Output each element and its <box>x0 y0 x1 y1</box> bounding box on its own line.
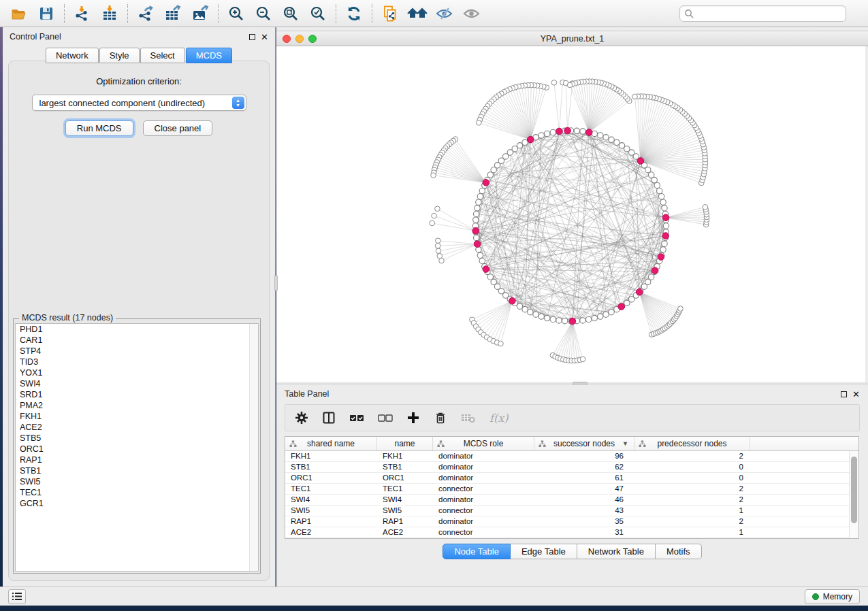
table-cell[interactable] <box>750 484 849 494</box>
table-cell[interactable] <box>750 516 849 527</box>
table-cell[interactable]: FKH1 <box>285 451 377 461</box>
import-network-button[interactable] <box>69 2 96 25</box>
table-scrollbar[interactable] <box>849 451 858 538</box>
table-cell[interactable]: 43 <box>534 506 634 516</box>
mcds-result-item[interactable]: STP4 <box>16 346 258 357</box>
table-cell[interactable]: 0 <box>634 473 750 483</box>
tab-select[interactable]: Select <box>140 48 185 63</box>
table-cell[interactable]: 1 <box>634 506 750 516</box>
table-cell[interactable]: STB1 <box>377 462 433 472</box>
table-cell[interactable] <box>750 527 849 538</box>
table-cell[interactable]: 61 <box>534 473 634 483</box>
mcds-result-item[interactable]: RAP1 <box>16 455 258 465</box>
table-cell[interactable]: 0 <box>634 462 750 472</box>
mcds-result-item[interactable]: ORC1 <box>16 444 258 455</box>
node-table[interactable]: shared name name MCDS role successor nod… <box>285 436 859 539</box>
tab-node-table[interactable]: Node Table <box>443 544 511 559</box>
node-table-body[interactable]: FKH1FKH1dominator962STB1STB1dominator620… <box>285 451 849 538</box>
tab-network-table[interactable]: Network Table <box>577 544 656 559</box>
first-neighbors-button[interactable] <box>404 2 431 25</box>
table-cell[interactable]: connector <box>433 527 534 538</box>
show-column-button[interactable] <box>322 411 336 425</box>
network-window-titlebar[interactable]: YPA_prune.txt_1 <box>276 31 868 46</box>
table-cell[interactable] <box>750 495 849 505</box>
memory-button[interactable]: Memory <box>805 589 860 604</box>
export-network-button[interactable] <box>132 2 159 25</box>
table-cell[interactable]: ORC1 <box>285 473 377 483</box>
zoom-fit-button[interactable] <box>277 2 304 25</box>
table-cell[interactable]: FKH1 <box>377 451 433 461</box>
table-row[interactable]: SWI5SWI5connector431 <box>285 506 849 516</box>
float-table-panel-icon[interactable] <box>841 391 847 397</box>
table-row[interactable]: TEC1TEC1connector472 <box>285 484 849 495</box>
mcds-list-scrollbar[interactable] <box>249 324 258 571</box>
tab-network[interactable]: Network <box>46 48 99 63</box>
run-mcds-button[interactable]: Run MCDS <box>65 120 133 136</box>
mcds-result-item[interactable]: FKH1 <box>16 411 258 422</box>
mcds-result-item[interactable]: CAR1 <box>16 335 258 346</box>
table-cell[interactable] <box>750 462 849 472</box>
zoom-selected-button[interactable] <box>304 2 332 25</box>
tab-style[interactable]: Style <box>99 48 140 63</box>
mcds-result-item[interactable]: YOX1 <box>16 367 258 378</box>
show-all-button[interactable] <box>458 2 485 25</box>
table-cell[interactable]: 35 <box>534 516 634 527</box>
close-panel-icon[interactable]: ✕ <box>261 34 268 40</box>
column-header-mcds-role[interactable]: MCDS role <box>433 437 534 450</box>
column-header-name[interactable]: name <box>377 437 433 450</box>
table-scrollbar-thumb[interactable] <box>851 457 857 523</box>
delete-table-button[interactable] <box>461 412 476 423</box>
close-table-panel-icon[interactable]: ✕ <box>852 391 860 397</box>
mcds-result-item[interactable]: SWI5 <box>16 476 258 487</box>
table-cell[interactable]: dominator <box>433 451 534 461</box>
zoom-out-button[interactable] <box>250 2 277 25</box>
table-row[interactable]: RAP1RAP1dominator352 <box>285 516 849 527</box>
refresh-button[interactable] <box>340 2 368 25</box>
table-settings-button[interactable] <box>295 411 308 425</box>
table-cell[interactable]: ACE2 <box>377 527 433 538</box>
table-row[interactable]: ACE2ACE2connector311 <box>285 527 849 538</box>
table-cell[interactable]: 2 <box>634 451 750 461</box>
tab-edge-table[interactable]: Edge Table <box>511 544 577 559</box>
table-cell[interactable]: RAP1 <box>377 516 433 527</box>
table-cell[interactable]: connector <box>433 506 534 516</box>
mcds-result-item[interactable]: SWI4 <box>16 378 258 389</box>
table-row[interactable]: STB1STB1dominator620 <box>285 462 849 473</box>
duplicate-network-button[interactable] <box>376 2 404 25</box>
table-cell[interactable]: RAP1 <box>285 516 377 527</box>
table-cell[interactable]: SWI4 <box>377 495 433 505</box>
table-cell[interactable]: 96 <box>534 451 634 461</box>
mcds-result-item[interactable]: SRD1 <box>16 389 258 400</box>
function-builder-button[interactable]: f(x) <box>489 412 508 425</box>
table-row[interactable]: ORC1ORC1dominator610 <box>285 473 849 484</box>
save-session-button[interactable] <box>33 2 60 25</box>
delete-column-button[interactable] <box>434 411 447 425</box>
table-cell[interactable]: dominator <box>433 495 534 505</box>
tab-mcds[interactable]: MCDS <box>186 48 232 63</box>
task-history-button[interactable] <box>8 589 26 604</box>
mcds-result-item[interactable]: PMA2 <box>16 400 258 411</box>
table-cell[interactable]: dominator <box>433 462 534 472</box>
network-view-canvas[interactable] <box>276 46 865 382</box>
hide-selected-button[interactable] <box>431 2 458 25</box>
mcds-result-item[interactable]: STB5 <box>16 433 258 444</box>
export-table-button[interactable] <box>159 2 187 25</box>
close-panel-button[interactable]: Close panel <box>143 120 213 136</box>
mcds-result-item[interactable]: PHD1 <box>16 324 258 335</box>
mcds-result-item[interactable]: ACE2 <box>16 422 258 433</box>
table-cell[interactable]: connector <box>433 484 534 494</box>
column-header-shared-name[interactable]: shared name <box>285 437 377 450</box>
search-input[interactable] <box>696 9 841 18</box>
table-cell[interactable]: 2 <box>634 516 750 527</box>
mcds-result-list[interactable]: PHD1CAR1STP4TID3YOX1SWI4SRD1PMA2FKH1ACE2… <box>15 323 259 572</box>
column-header-predecessor-nodes[interactable]: predecessor nodes <box>634 437 750 450</box>
table-cell[interactable]: STB1 <box>285 462 377 472</box>
float-panel-icon[interactable] <box>249 34 255 40</box>
tab-motifs[interactable]: Motifs <box>656 544 702 559</box>
mcds-result-item[interactable]: STB1 <box>16 465 258 476</box>
column-header-successor-nodes[interactable]: successor nodes ▼ <box>534 437 634 450</box>
table-cell[interactable]: 1 <box>634 527 750 538</box>
select-all-button[interactable] <box>349 413 364 423</box>
table-cell[interactable]: ORC1 <box>377 473 433 483</box>
import-table-button[interactable] <box>96 2 123 25</box>
